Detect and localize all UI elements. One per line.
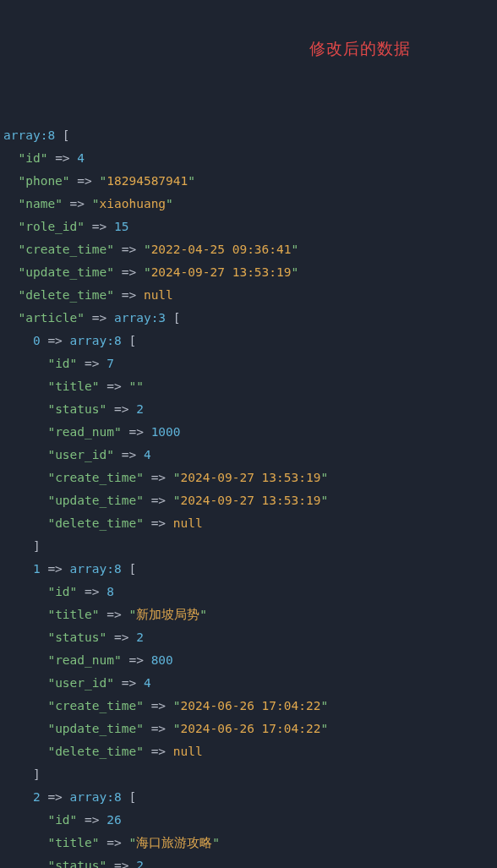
dump-line: "create_time" => "2022-04-25 09:36:41": [0, 238, 497, 261]
dump-line: "id" => 7: [0, 352, 497, 375]
dump-line: "title" => "海口旅游攻略": [0, 832, 497, 854]
dump-line: array:8 [: [0, 124, 497, 147]
dump-line: "id" => 4: [0, 147, 497, 170]
dump-line: 0 => array:8 [: [0, 330, 497, 352]
dump-line: 2 => array:8 [: [0, 786, 497, 809]
dump-line: "user_id" => 4: [0, 672, 497, 695]
dump-line: "update_time" => "2024-09-27 13:53:19": [0, 261, 497, 284]
dump-line: "name" => "xiaohuang": [0, 193, 497, 216]
dump-line: "update_time" => "2024-06-26 17:04:22": [0, 718, 497, 740]
dump-line: "phone" => "18294587941": [0, 170, 497, 193]
dump-line: "title" => "": [0, 375, 497, 398]
dump-line: "id" => 8: [0, 581, 497, 603]
annotation-label: 修改后的数据: [309, 37, 411, 60]
dump-line: "update_time" => "2024-09-27 13:53:19": [0, 489, 497, 512]
dump-line: "status" => 2: [0, 626, 497, 649]
dump-line: ]: [0, 535, 497, 558]
dump-line: "role_id" => 15: [0, 216, 497, 238]
dump-line: "id" => 26: [0, 809, 497, 832]
dump-line: "create_time" => "2024-06-26 17:04:22": [0, 695, 497, 718]
dump-line: "delete_time" => null: [0, 740, 497, 763]
dump-line: "title" => "新加坡局势": [0, 603, 497, 626]
dump-line: 1 => array:8 [: [0, 558, 497, 581]
dump-line: "create_time" => "2024-09-27 13:53:19": [0, 467, 497, 489]
dump-line: "read_num" => 800: [0, 649, 497, 672]
dump-line: "user_id" => 4: [0, 444, 497, 467]
dump-line: "read_num" => 1000: [0, 421, 497, 444]
dump-line: ]: [0, 763, 497, 786]
dump-line: "delete_time" => null: [0, 512, 497, 535]
var-dump-output: array:8 [ "id" => 4 "phone" => "18294587…: [0, 124, 497, 868]
dump-line: "delete_time" => null: [0, 284, 497, 307]
dump-line: "article" => array:3 [: [0, 307, 497, 330]
dump-line: "status" => 2: [0, 854, 497, 868]
dump-line: "status" => 2: [0, 398, 497, 421]
